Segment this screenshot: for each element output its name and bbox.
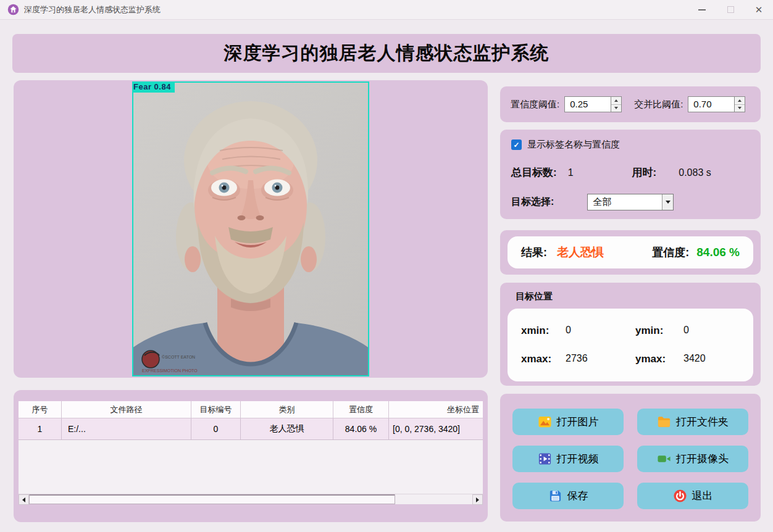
cell-coordinates[interactable]: [0, 0, 2736, 3420] — [389, 418, 483, 439]
button-label: 保存 — [567, 489, 588, 503]
confidence-threshold-spinner[interactable]: 0.25 — [564, 96, 622, 112]
close-icon: ✕ — [755, 5, 763, 14]
target-select-dropdown[interactable]: 全部 — [587, 194, 674, 210]
header-banner: 深度学习的独居老人情感状态监护系统 — [12, 34, 761, 73]
spin-down-button[interactable] — [611, 105, 621, 112]
spin-down-icon — [738, 107, 742, 109]
open-video-icon — [538, 452, 552, 466]
spinner-buttons — [734, 97, 745, 112]
spin-down-icon — [614, 107, 618, 109]
iou-threshold-value[interactable]: 0.70 — [688, 97, 734, 112]
close-button[interactable]: ✕ — [745, 0, 773, 19]
result-confidence-value: 84.06 % — [696, 246, 740, 259]
col-header-confidence: 置信度 — [333, 401, 389, 418]
elapsed-time-label: 用时: — [632, 165, 657, 180]
ymax-label: ymax: — [635, 353, 683, 365]
open-image-icon — [538, 415, 552, 429]
confidence-threshold-label: 置信度阈值: — [511, 99, 559, 110]
xmax-value: 2736 — [566, 353, 635, 365]
scroll-right-button[interactable] — [472, 494, 483, 505]
options-panel: ✓ 显示标签名称与置信度 总目标数: 1 用时: 0.083 s 目标选择: 全… — [500, 130, 761, 219]
image-display-panel: ©SCOTT EATON EXPRESSIMOTION PHOTO Fear 0… — [14, 80, 488, 378]
save-icon — [548, 489, 562, 503]
show-labels-row: ✓ 显示标签名称与置信度 — [511, 139, 750, 151]
button-label: 打开视频 — [557, 452, 599, 466]
elapsed-time-value: 0.083 s — [679, 167, 711, 178]
detected-photo: ©SCOTT EATON EXPRESSIMOTION PHOTO Fear 0… — [132, 81, 369, 376]
cell-index[interactable]: 1 — [19, 418, 62, 439]
actions-panel: 打开图片 打开文件夹 打开视频 打开摄像头 — [500, 394, 761, 522]
ymin-label: ymin: — [635, 325, 683, 337]
scroll-left-button[interactable] — [19, 494, 29, 505]
spinner-buttons — [611, 97, 621, 112]
result-label: 结果: — [521, 245, 547, 260]
window-title: 深度学习的独居老人情感状态监护系统 — [24, 4, 161, 15]
ymin-value: 0 — [683, 325, 740, 337]
spin-up-button[interactable] — [611, 97, 621, 105]
result-panel: 结果: 老人恐惧 置信度: 84.06 % — [500, 230, 761, 275]
show-labels-checkbox[interactable]: ✓ — [511, 139, 522, 150]
xmin-label: xmin: — [521, 325, 566, 337]
exit-icon — [673, 489, 687, 503]
target-select-row: 目标选择: 全部 — [511, 194, 750, 210]
open-camera-button[interactable]: 打开摄像头 — [637, 446, 748, 472]
app-logo-icon — [7, 4, 19, 15]
result-confidence-label: 置信度: — [652, 245, 689, 260]
position-title: 目标位置 — [516, 291, 753, 302]
col-header-target-id: 目标编号 — [191, 401, 241, 418]
button-label: 打开图片 — [557, 415, 599, 429]
cell-filepath[interactable]: E:/... — [62, 418, 191, 439]
cell-confidence[interactable]: 84.06 % — [333, 418, 389, 439]
stats-row: 总目标数: 1 用时: 0.083 s — [511, 165, 750, 180]
total-targets-label: 总目标数: — [511, 165, 557, 180]
open-image-button[interactable]: 打开图片 — [512, 409, 624, 435]
col-header-coordinates: 坐标位置 — [389, 401, 483, 418]
results-table-panel: 序号 文件路径 目标编号 类别 置信度 坐标位置 1 E:/... 0 老人恐惧… — [14, 390, 488, 522]
open-folder-icon — [657, 415, 671, 429]
minimize-button[interactable] — [688, 0, 716, 19]
open-camera-icon — [657, 452, 671, 466]
open-folder-button[interactable]: 打开文件夹 — [637, 409, 748, 435]
dropdown-button[interactable] — [662, 194, 673, 210]
iou-threshold-label: 交并比阈值: — [634, 99, 683, 110]
spin-up-button[interactable] — [735, 97, 745, 105]
save-button[interactable]: 保存 — [512, 483, 624, 509]
maximize-button[interactable] — [716, 0, 745, 19]
thresholds-panel: 置信度阈值: 0.25 交并比阈值: 0.70 — [500, 86, 761, 122]
open-video-button[interactable]: 打开视频 — [512, 446, 624, 472]
xmin-value: 0 — [566, 325, 635, 337]
page-title: 深度学习的独居老人情感状态监护系统 — [224, 41, 549, 66]
spin-up-icon — [614, 99, 618, 102]
results-table: 序号 文件路径 目标编号 类别 置信度 坐标位置 1 E:/... 0 老人恐惧… — [19, 401, 483, 504]
scroll-left-icon — [22, 497, 25, 502]
button-label: 退出 — [692, 489, 713, 503]
ymax-value: 3420 — [683, 353, 740, 365]
target-select-value: 全部 — [588, 196, 662, 208]
show-labels-label: 显示标签名称与置信度 — [527, 139, 620, 151]
minimize-icon — [698, 9, 706, 10]
cell-class[interactable]: 老人恐惧 — [241, 418, 333, 439]
result-card: 结果: 老人恐惧 置信度: 84.06 % — [508, 236, 753, 268]
maximize-icon — [727, 6, 734, 13]
total-targets-value: 1 — [568, 167, 574, 178]
detection-label: Fear 0.84 — [132, 81, 175, 93]
result-value: 老人恐惧 — [557, 244, 604, 260]
table-header-row: 序号 文件路径 目标编号 类别 置信度 坐标位置 — [19, 401, 483, 418]
spin-down-button[interactable] — [735, 105, 745, 112]
position-card: xmin: 0 ymin: 0 xmax: 2736 ymax: 3420 — [508, 309, 753, 381]
spin-up-icon — [738, 99, 742, 102]
col-header-index: 序号 — [19, 401, 62, 418]
col-header-filepath: 文件路径 — [62, 401, 191, 418]
button-label: 打开文件夹 — [676, 415, 729, 429]
table-row[interactable]: 1 E:/... 0 老人恐惧 84.06 % [0, 0, 2736, 342… — [19, 418, 483, 440]
iou-threshold-spinner[interactable]: 0.70 — [688, 96, 745, 112]
exit-button[interactable]: 退出 — [637, 483, 748, 509]
cell-target-id[interactable]: 0 — [191, 418, 241, 439]
position-panel: 目标位置 xmin: 0 ymin: 0 xmax: 2736 ymax: 34… — [500, 283, 761, 386]
scrollbar-thumb[interactable] — [29, 494, 395, 504]
horizontal-scrollbar[interactable] — [19, 494, 483, 504]
scroll-right-icon — [476, 497, 479, 502]
xmax-label: xmax: — [521, 353, 566, 365]
confidence-threshold-value[interactable]: 0.25 — [565, 97, 611, 112]
detection-bounding-box — [132, 81, 369, 376]
